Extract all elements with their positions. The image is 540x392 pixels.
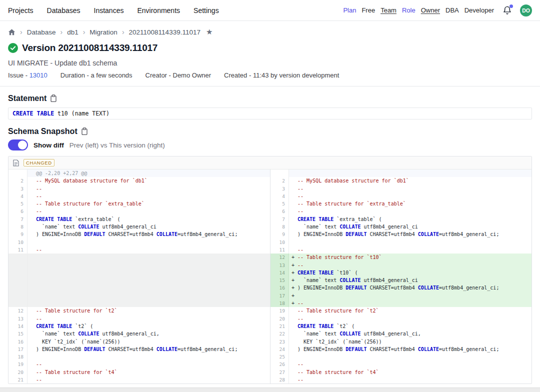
nav-item-settings[interactable]: Settings [194, 6, 219, 14]
migration-description: UI MIGRATE - Update db1 schema [8, 59, 532, 67]
diff-code-right [289, 238, 532, 246]
avatar[interactable]: DO [520, 4, 532, 16]
diff-code-right: -- [289, 360, 532, 368]
diff-code-left: -- [28, 315, 270, 322]
diff-line-number-right: 19 [270, 307, 289, 314]
changed-badge: CHANGED [24, 159, 54, 166]
diff-line-number-right: 17 [270, 292, 289, 300]
breadcrumb-chevron: › [83, 28, 86, 36]
diff-code-left: -- MySQL database structure for `db1` [28, 177, 270, 184]
diff-code-left: KEY `t2_idx` (`name`(256)) [28, 338, 270, 346]
diff-code-filler [28, 300, 270, 307]
star-icon[interactable]: ★ [206, 28, 212, 36]
meta-issue: Issue - 13010 [8, 72, 48, 79]
schema-diff-panel: CHANGED @@ -2,20 +2,27 @@2-- MySQL datab… [8, 156, 532, 384]
diff-line-number-right: 26 [270, 360, 289, 368]
diff-code-left: -- Table structure for `extra_table` [28, 200, 270, 208]
diff-code-right: -- Table structure for `extra_table` [289, 200, 532, 208]
diff-gutter-left [8, 170, 28, 177]
diff-gutter-filler [8, 254, 28, 261]
nav-owner[interactable]: Owner [421, 6, 440, 14]
diff-gutter-filler [8, 292, 28, 300]
diff-code-right: ) ENGINE=InnoDB DEFAULT CHARSET=utf8mb4 … [289, 346, 532, 353]
diff-code-filler [28, 292, 270, 300]
diff-code-added: +-- [289, 300, 532, 307]
diff-grid[interactable]: @@ -2,20 +2,27 @@2-- MySQL database stru… [8, 170, 532, 384]
diff-line-number-left: 7 [8, 216, 28, 223]
diff-hunk-filler [289, 170, 532, 177]
diff-code-left: -- [28, 208, 270, 215]
diff-line-number-left: 19 [8, 360, 28, 368]
nav-plan: Plan [343, 6, 356, 14]
nav-left-items: ProjectsDatabasesInstancesEnvironmentsSe… [8, 6, 219, 14]
nav-item-projects[interactable]: Projects [8, 6, 34, 14]
breadcrumb: › Database › db1 › Migration › 202110081… [8, 28, 532, 36]
diff-code-left: -- [28, 246, 270, 254]
diff-line-number-right: 27 [270, 368, 289, 376]
diff-line-number-right: 9 [270, 230, 289, 238]
diff-line-number-right: 8 [270, 223, 289, 230]
diff-line-number-left: 12 [8, 307, 28, 314]
diff-code-left: -- [28, 192, 270, 200]
breadcrumb-db1[interactable]: db1 [67, 28, 78, 36]
breadcrumb-database[interactable]: Database [27, 28, 56, 36]
diff-line-number-left: 5 [8, 200, 28, 208]
diff-code-right: -- [289, 315, 532, 322]
meta-duration: Duration - a few seconds [60, 72, 132, 79]
diff-code-right: -- [289, 376, 532, 384]
breadcrumb-migration[interactable]: Migration [90, 28, 118, 36]
diff-code-left [28, 353, 270, 360]
diff-line-number-right: 22 [270, 330, 289, 338]
diff-code-added: +-- Table structure for `t10` [289, 254, 532, 261]
meta-row: Issue - 13010 Duration - a few seconds C… [8, 72, 532, 79]
diff-line-number-left: 14 [8, 322, 28, 330]
nav-free[interactable]: Free [362, 6, 375, 14]
diff-code-left: ) ENGINE=InnoDB DEFAULT CHARSET=utf8mb4 … [28, 230, 270, 238]
diff-line-number-right: 12 [270, 254, 289, 261]
show-diff-toggle[interactable] [8, 140, 28, 150]
copy-icon[interactable] [50, 94, 57, 102]
title-row: Version 20211008114339.11017 [8, 42, 532, 54]
diff-line-number-left: 20 [8, 368, 28, 376]
diff-code-right: CREATE TABLE `t2` ( [289, 322, 532, 330]
nav-item-databases[interactable]: Databases [47, 6, 80, 14]
diff-line-number-left: 21 [8, 376, 28, 384]
issue-link[interactable]: 13010 [30, 72, 48, 79]
diff-code-left: -- Table structure for `t2` [28, 307, 270, 314]
diff-line-number-right: 13 [270, 262, 289, 269]
horizontal-scrollbar[interactable] [0, 388, 540, 392]
breadcrumb-version[interactable]: 20211008114339.11017 [129, 28, 200, 36]
diff-code-left: -- [28, 185, 270, 192]
nav-item-instances[interactable]: Instances [94, 6, 124, 14]
home-icon[interactable] [8, 28, 16, 36]
nav-team[interactable]: Team [380, 6, 396, 14]
breadcrumb-chevron: › [122, 28, 124, 36]
nav-developer[interactable]: Developer [464, 6, 494, 14]
diff-code-filler [28, 254, 270, 261]
diff-line-number-right: 24 [270, 346, 289, 353]
diff-line-number-right: 14 [270, 269, 289, 276]
diff-hunk-header: @@ -2,20 +2,27 @@ [28, 170, 270, 177]
diff-code-right: -- [289, 208, 532, 215]
statement-section: Statement CREATE TABLE t10 (name TEXT) [0, 86, 540, 120]
diff-code-right [289, 353, 532, 360]
diff-line-number-right: 18 [270, 300, 289, 307]
diff-code-right: -- Table structure for `t4` [289, 368, 532, 376]
diff-line-number-left: 4 [8, 192, 28, 200]
diff-gutter-filler [8, 269, 28, 276]
nav-dba[interactable]: DBA [446, 6, 459, 14]
nav-item-environments[interactable]: Environments [137, 6, 180, 14]
diff-line-number-left: 6 [8, 208, 28, 215]
diff-line-number-left: 13 [8, 315, 28, 322]
top-nav: ProjectsDatabasesInstancesEnvironmentsSe… [0, 0, 540, 21]
diff-code-right: -- Table structure for `t2` [289, 307, 532, 314]
diff-line-number-right: 4 [270, 192, 289, 200]
diff-line-number-right: 11 [270, 246, 289, 254]
diff-line-number-left: 18 [8, 353, 28, 360]
diff-line-number-left: 2 [8, 177, 28, 184]
notification-bell-button[interactable] [502, 6, 512, 16]
diff-line-number-right: 6 [270, 208, 289, 215]
copy-icon[interactable] [81, 128, 88, 136]
diff-line-number-left: 3 [8, 185, 28, 192]
diff-gutter-filler [8, 300, 28, 307]
